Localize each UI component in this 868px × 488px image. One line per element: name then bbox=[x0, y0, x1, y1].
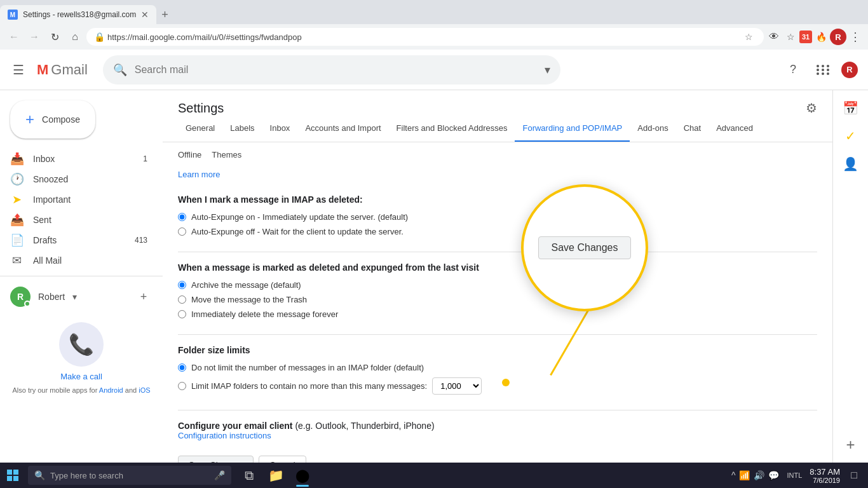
taskbar-app-chrome[interactable]: ⬤ bbox=[290, 463, 315, 488]
right-sidebar-tasks-icon[interactable]: ✓ bbox=[838, 123, 864, 149]
taskbar-search-bar[interactable]: 🔍 Type here to search 🎤 bbox=[28, 466, 231, 485]
extension-icon-star[interactable]: ☆ bbox=[783, 29, 798, 44]
action-center-button[interactable]: □ bbox=[845, 466, 863, 484]
sidebar: + Compose 📥 Inbox 1 🕐 Snoozed ➤ Importan… bbox=[0, 90, 163, 463]
taskbar-mic-icon[interactable]: 🎤 bbox=[214, 470, 225, 480]
sidebar-item-drafts[interactable]: 📄 Drafts 413 bbox=[0, 230, 153, 250]
system-tray: ^ 📶 🔊 💬 bbox=[731, 470, 780, 480]
imap-auto-expunge-off[interactable]: Auto-Expunge off - Wait for the client t… bbox=[178, 227, 817, 236]
radio-no-limit[interactable] bbox=[178, 363, 186, 372]
search-icon: 🔍 bbox=[113, 63, 127, 77]
configuration-instructions-link[interactable]: Configuration instructions bbox=[178, 431, 271, 440]
tab-addons[interactable]: Add-ons bbox=[630, 116, 675, 142]
imap-auto-expunge-on[interactable]: Auto-Expunge on - Immediately update the… bbox=[178, 212, 817, 222]
all-mail-icon: ✉ bbox=[10, 254, 23, 268]
android-link[interactable]: Android bbox=[99, 386, 123, 394]
user-avatar-header[interactable]: R bbox=[841, 62, 858, 78]
system-tray-arrow[interactable]: ^ bbox=[731, 470, 736, 480]
address-bar[interactable]: 🔒 https://mail.google.com/mail/u/0/#sett… bbox=[86, 28, 764, 46]
expunge-delete[interactable]: Immediately delete the message forever bbox=[178, 309, 817, 319]
learn-more-section: Learn more bbox=[163, 167, 832, 187]
chrome-profile-avatar[interactable]: R bbox=[830, 29, 846, 45]
volume-icon[interactable]: 🔊 bbox=[754, 470, 764, 480]
browser-tab[interactable]: M Settings - rewells318@gmail.com ✕ bbox=[0, 5, 156, 24]
expunge-radio-group: Archive the message (default) Move the m… bbox=[178, 280, 817, 319]
search-input[interactable] bbox=[135, 64, 537, 76]
extension-icon-1[interactable]: 👁 bbox=[766, 29, 782, 44]
magnify-save-button[interactable]: Save Changes bbox=[538, 236, 632, 259]
extension-icon-flame[interactable]: 🔥 bbox=[813, 29, 829, 44]
settings-title: Settings bbox=[178, 101, 806, 116]
hamburger-menu[interactable]: ☰ bbox=[10, 60, 27, 80]
settings-gear-icon[interactable]: ⚙ bbox=[806, 100, 817, 116]
add-user-button[interactable]: + bbox=[135, 288, 153, 306]
ssl-icon: 🔒 bbox=[94, 32, 105, 42]
taskbar-app-explorer[interactable]: 📁 bbox=[263, 463, 288, 488]
task-view-icon: ⧉ bbox=[245, 468, 254, 483]
sidebar-item-inbox[interactable]: 📥 Inbox 1 bbox=[0, 149, 153, 169]
magnify-dot bbox=[502, 379, 510, 386]
sidebar-item-label: Sent bbox=[33, 215, 51, 225]
tab-general[interactable]: General bbox=[178, 116, 222, 142]
tab-labels[interactable]: Labels bbox=[222, 116, 262, 142]
user-section[interactable]: R Robert ▾ + bbox=[0, 281, 163, 312]
forward-button[interactable]: → bbox=[25, 28, 43, 46]
search-dropdown-arrow[interactable]: ▾ bbox=[545, 63, 550, 77]
radio-archive[interactable] bbox=[178, 281, 186, 289]
search-bar[interactable]: 🔍 ▾ bbox=[103, 55, 560, 85]
user-dropdown-icon[interactable]: ▾ bbox=[72, 292, 77, 302]
bookmark-star-icon[interactable]: ☆ bbox=[741, 29, 756, 44]
notification-icon[interactable]: 💬 bbox=[768, 470, 779, 480]
extension-icon-badge[interactable]: 31 bbox=[799, 30, 812, 43]
compose-plus-icon: + bbox=[25, 111, 34, 128]
folder-no-limit[interactable]: Do not limit the number of messages in a… bbox=[178, 363, 817, 372]
new-tab-button[interactable]: + bbox=[156, 6, 173, 24]
tab-advanced[interactable]: Advanced bbox=[709, 116, 761, 142]
save-changes-button[interactable]: Save Changes bbox=[178, 456, 254, 463]
sidebar-item-label: Inbox bbox=[33, 154, 55, 164]
folder-limit-select[interactable]: 1,000 2,000 5,000 10,000 bbox=[432, 377, 482, 395]
gmail-m-icon: M bbox=[37, 62, 48, 78]
chrome-menu-button[interactable]: ⋮ bbox=[848, 29, 863, 44]
learn-more-link[interactable]: Learn more bbox=[178, 170, 220, 179]
tab-inbox[interactable]: Inbox bbox=[262, 116, 298, 142]
cancel-button[interactable]: Cancel bbox=[259, 456, 306, 463]
right-sidebar-add-icon[interactable]: + bbox=[838, 432, 864, 458]
tab-filters[interactable]: Filters and Blocked Addresses bbox=[389, 116, 515, 142]
tab-forwarding[interactable]: Forwarding and POP/IMAP bbox=[515, 116, 630, 142]
right-sidebar-contacts-icon[interactable]: 👤 bbox=[838, 151, 864, 177]
sub-tab-themes[interactable]: Themes bbox=[212, 145, 241, 165]
back-button[interactable]: ← bbox=[5, 28, 23, 46]
radio-auto-expunge-off[interactable] bbox=[178, 227, 186, 236]
make-call-link[interactable]: Make a call bbox=[60, 372, 102, 381]
sidebar-item-snoozed[interactable]: 🕐 Snoozed bbox=[0, 169, 153, 189]
radio-auto-expunge-on[interactable] bbox=[178, 213, 186, 221]
taskbar-time[interactable]: 8:37 AM 7/6/2019 bbox=[810, 467, 840, 484]
sidebar-item-all-mail[interactable]: ✉ All Mail bbox=[0, 250, 153, 271]
home-button[interactable]: ⌂ bbox=[66, 28, 84, 46]
expunge-trash[interactable]: Move the message to the Trash bbox=[178, 295, 817, 304]
right-sidebar-calendar-icon[interactable]: 📅 bbox=[838, 95, 864, 121]
sidebar-item-important[interactable]: ➤ Important bbox=[0, 189, 153, 210]
start-button[interactable] bbox=[0, 463, 25, 488]
tab-chat[interactable]: Chat bbox=[676, 116, 709, 142]
sidebar-item-sent[interactable]: 📤 Sent bbox=[0, 210, 153, 230]
help-button[interactable]: ? bbox=[780, 57, 806, 83]
call-icon-circle: 📞 bbox=[59, 322, 104, 367]
folder-limit[interactable]: Limit IMAP folders to contain no more th… bbox=[178, 377, 817, 395]
ios-link[interactable]: iOS bbox=[139, 386, 150, 394]
tab-accounts-import[interactable]: Accounts and Import bbox=[297, 116, 388, 142]
expunge-archive[interactable]: Archive the message (default) bbox=[178, 280, 817, 290]
make-call-section: 📞 Make a call Also try our mobile apps f… bbox=[0, 312, 163, 404]
network-icon[interactable]: 📶 bbox=[739, 470, 750, 480]
reload-button[interactable]: ↻ bbox=[46, 28, 64, 46]
sidebar-divider bbox=[0, 276, 163, 276]
taskbar-app-taskview[interactable]: ⧉ bbox=[236, 463, 262, 488]
close-tab-button[interactable]: ✕ bbox=[141, 10, 149, 20]
apps-button[interactable] bbox=[811, 57, 836, 83]
radio-limit[interactable] bbox=[178, 382, 186, 390]
radio-delete-forever[interactable] bbox=[178, 310, 186, 318]
compose-button[interactable]: + Compose bbox=[10, 100, 95, 139]
radio-trash[interactable] bbox=[178, 295, 186, 304]
sub-tab-offline[interactable]: Offline bbox=[178, 145, 201, 165]
